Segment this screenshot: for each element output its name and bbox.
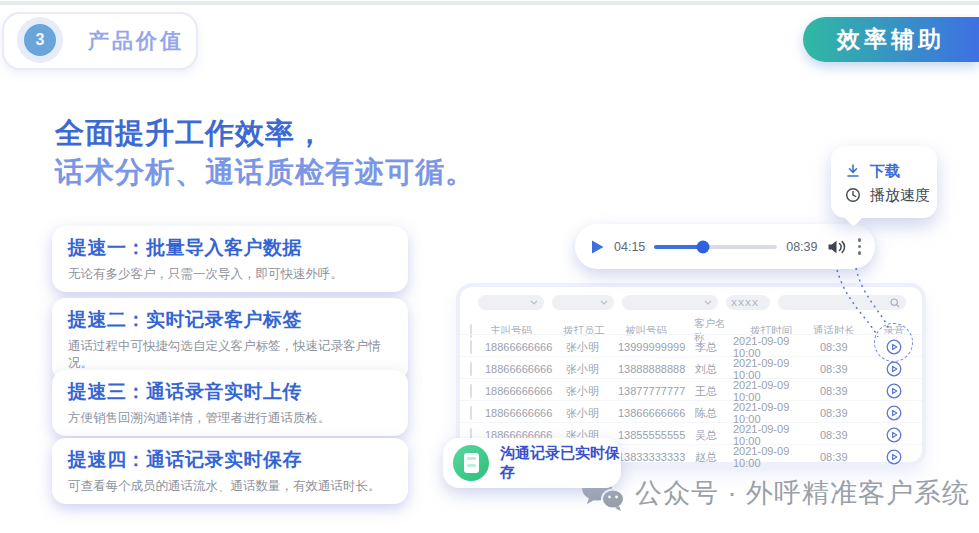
feature-card-desc: 无论有多少客户，只需一次导入，即可快速外呼。	[68, 266, 392, 283]
table-row: 18866666666张小明13877777777王总2021-09-09 10…	[460, 378, 922, 400]
download-menu-item[interactable]: 下载	[845, 159, 937, 183]
section-title: 产品价值	[88, 14, 184, 68]
row-play-button[interactable]	[866, 361, 922, 377]
feature-card-4: 提速四：通话记录实时保存 可查看每个成员的通话流水、通话数量，有效通话时长。	[52, 438, 408, 504]
play-record-icon	[886, 427, 902, 443]
cell-callee: 13888888888	[616, 363, 694, 375]
play-record-icon	[886, 405, 902, 421]
feature-card-desc: 方便销售回溯沟通详情，管理者进行通话质检。	[68, 410, 392, 427]
row-checkbox[interactable]	[470, 362, 472, 376]
cell-time: 2021-09-09 10:00	[732, 423, 808, 447]
row-play-button[interactable]	[866, 427, 922, 443]
feature-card-2: 提速二：实时记录客户标签 通话过程中可快捷勾选自定义客户标签，快速记录客户情况。	[52, 298, 408, 381]
cell-time: 2021-09-09 10:00	[732, 401, 808, 425]
corner-banner: 效率辅助	[803, 17, 979, 62]
row-play-button[interactable]	[866, 339, 922, 355]
row-play-button[interactable]	[866, 383, 922, 399]
search-input[interactable]	[778, 295, 906, 310]
top-edge-strip	[0, 1, 979, 5]
cell-agent: 张小明	[562, 406, 616, 421]
row-play-button[interactable]	[866, 449, 922, 465]
feature-card-title: 提速三：通话录音实时上传	[68, 379, 392, 405]
toast-label: 沟通记录已实时保存	[500, 444, 621, 482]
cell-customer: 赵总	[694, 450, 732, 465]
record-saved-icon	[453, 445, 489, 481]
cell-agent: 张小明	[562, 362, 616, 377]
play-record-icon	[886, 383, 902, 399]
table-row: 18866666666张小明13999999999李总2021-09-09 10…	[460, 334, 922, 356]
feature-card-1: 提速一：批量导入客户数据 无论有多少客户，只需一次导入，即可快速外呼。	[52, 226, 408, 292]
cell-caller: 18866666666	[484, 363, 562, 375]
filter-select-2[interactable]	[552, 295, 614, 310]
cell-customer: 吴总	[694, 428, 732, 443]
watermark: 公众号 · 外呼精准客户系统	[580, 473, 970, 513]
cell-time: 2021-09-09 10:00	[732, 379, 808, 403]
filter-select-3[interactable]	[622, 295, 718, 310]
cell-time: 2021-09-09 10:00	[732, 357, 808, 381]
save-toast: 沟通记录已实时保存	[443, 438, 621, 488]
filter-value-input[interactable]: XXXX	[726, 295, 770, 310]
playback-speed-menu-item[interactable]: 播放速度	[845, 183, 937, 207]
more-options-icon[interactable]	[856, 234, 864, 259]
cell-caller: 18866666666	[484, 407, 562, 419]
chevron-down-icon	[530, 300, 538, 305]
audio-player: 04:15 08:39	[575, 224, 875, 269]
cell-callee: 13855555555	[616, 429, 694, 441]
download-label: 下载	[870, 162, 900, 181]
cell-agent: 张小明	[562, 384, 616, 399]
table-row: 18866666666张小明13888888888刘总2021-09-09 10…	[460, 356, 922, 378]
total-time: 08:39	[786, 240, 817, 254]
document-icon	[464, 453, 479, 473]
cell-agent: 张小明	[562, 340, 616, 355]
cell-callee: 13877777777	[616, 385, 694, 397]
progress-handle[interactable]	[697, 240, 710, 253]
current-time: 04:15	[614, 240, 645, 254]
player-menu-popup: 下载 播放速度	[831, 146, 937, 218]
cell-caller: 18866666666	[484, 341, 562, 353]
chevron-down-icon	[704, 300, 712, 305]
cell-duration: 08:39	[808, 407, 866, 419]
section-badge: 3 产品价值	[2, 12, 198, 70]
cell-customer: 陈总	[694, 406, 732, 421]
cell-callee: 13866666666	[616, 407, 694, 419]
row-checkbox[interactable]	[470, 406, 472, 420]
download-icon	[845, 163, 861, 179]
heading-line1: 全面提升工作效率，	[55, 114, 475, 153]
cell-caller: 18866666666	[484, 385, 562, 397]
feature-card-title: 提速二：实时记录客户标签	[68, 307, 392, 333]
cell-time: 2021-09-09 10:00	[732, 445, 808, 469]
cell-duration: 08:39	[808, 363, 866, 375]
feature-card-desc: 可查看每个成员的通话流水、通话数量，有效通话时长。	[68, 478, 392, 495]
watermark-label: 公众号 · 外呼精准客户系统	[635, 475, 970, 511]
play-record-icon	[886, 449, 902, 465]
table-header-row: 主叫号码 拨打员工 被叫号码 客户名称 拨打时间 通话时长 录音	[460, 317, 922, 334]
cell-customer: 刘总	[694, 362, 732, 377]
section-number: 3	[24, 24, 56, 56]
feature-card-desc: 通话过程中可快捷勾选自定义客户标签，快速记录客户情况。	[68, 338, 392, 372]
row-play-button[interactable]	[866, 405, 922, 421]
play-record-icon	[886, 339, 902, 355]
cell-customer: 王总	[694, 384, 732, 399]
row-checkbox[interactable]	[470, 340, 472, 354]
cell-duration: 08:39	[808, 451, 866, 463]
heading-line2: 话术分析、通话质检有迹可循。	[55, 153, 475, 192]
call-record-table: XXXX 主叫号码 拨打员工 被叫号码 客户名称 拨打时间 通话时长 录音 18…	[460, 287, 922, 462]
search-icon	[890, 298, 900, 308]
play-icon[interactable]	[590, 239, 605, 255]
play-record-icon	[886, 361, 902, 377]
page-title: 全面提升工作效率， 话术分析、通话质检有迹可循。	[55, 114, 475, 192]
cell-time: 2021-09-09 10:00	[732, 335, 808, 359]
progress-slider[interactable]	[654, 245, 777, 249]
feature-card-3: 提速三：通话录音实时上传 方便销售回溯沟通详情，管理者进行通话质检。	[52, 370, 408, 436]
cell-customer: 李总	[694, 340, 732, 355]
cell-callee: 13833333333	[616, 451, 694, 463]
playback-speed-label: 播放速度	[870, 186, 930, 205]
row-checkbox[interactable]	[470, 384, 472, 398]
filter-select-1[interactable]	[478, 295, 544, 310]
cell-duration: 08:39	[808, 341, 866, 353]
feature-card-title: 提速四：通话记录实时保存	[68, 447, 392, 473]
cell-duration: 08:39	[808, 429, 866, 441]
table-row: 18866666666张小明13866666666陈总2021-09-09 10…	[460, 400, 922, 422]
cell-callee: 13999999999	[616, 341, 694, 353]
speaker-icon[interactable]	[827, 239, 847, 255]
